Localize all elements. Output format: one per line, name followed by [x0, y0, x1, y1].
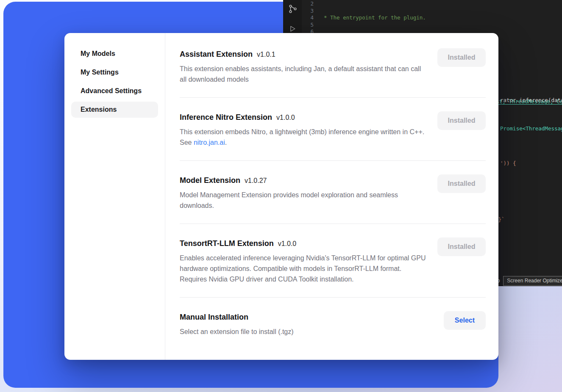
extension-description: Model Management Extension provides mode… [180, 190, 427, 211]
git-graph-icon[interactable] [288, 4, 298, 16]
code-line-comment: * The entrypoint for the plugin. [324, 14, 562, 22]
code-fragment-promise: Promise<ThreadMessage>= [500, 125, 562, 133]
extension-title: Inference Nitro Extension [180, 111, 272, 123]
line-numbers: 2 3 4 5 6 [302, 0, 314, 36]
extension-row-model: Model Extension v1.0.27 Model Management… [180, 161, 486, 224]
code-fragment-inference: rator.inference(data)); [500, 97, 562, 104]
code-fragment-brace: ')) { [500, 160, 516, 167]
extension-row-tensorrt: TensortRT-LLM Extension v1.0.0 Enables a… [180, 224, 486, 298]
extension-row-nitro: Inference Nitro Extension v1.0.0 This ex… [180, 98, 486, 161]
sidebar-item-advanced-settings[interactable]: Advanced Settings [71, 83, 158, 99]
extension-description: Enables accelerated inference leveraging… [180, 253, 427, 284]
screen-reader-chip[interactable]: Screen Reader Optimize [503, 276, 562, 286]
installed-button[interactable]: Installed [437, 111, 486, 130]
extension-row-assistant: Assistant Extension v1.0.1 This extensio… [180, 33, 486, 98]
sidebar-item-my-models[interactable]: My Models [71, 46, 158, 62]
installed-button[interactable]: Installed [437, 237, 486, 256]
extension-title: Model Extension [180, 174, 240, 186]
select-file-button[interactable]: Select [444, 311, 486, 330]
extension-title: Assistant Extension [180, 48, 253, 60]
page-background: 2 3 4 5 6 * The entrypoint for the plugi… [0, 0, 562, 392]
editor-status-row: go Screen Reader Optimize [494, 276, 562, 286]
extension-title: TensortRT-LLM Extension [180, 237, 274, 249]
manual-installation-row: Manual Installation Select an extension … [180, 298, 486, 350]
extension-version: v1.0.0 [278, 240, 297, 248]
manual-installation-title: Manual Installation [180, 311, 248, 323]
settings-modal: My Models My Settings Advanced Settings … [64, 33, 498, 360]
extension-description: This extension enables assistants, inclu… [180, 63, 427, 85]
extension-version: v1.0.0 [276, 114, 295, 121]
settings-sidebar: My Models My Settings Advanced Settings … [64, 33, 165, 360]
nitro-link[interactable]: nitro.jan.ai [194, 139, 225, 146]
installed-button[interactable]: Installed [437, 48, 486, 67]
sidebar-item-my-settings[interactable]: My Settings [71, 64, 158, 80]
extension-description: This extension embeds Nitro, a lightweig… [180, 127, 427, 148]
extension-version: v1.0.27 [245, 177, 267, 185]
manual-installation-description: Select an extension file to install (.tg… [180, 326, 294, 337]
extensions-panel: Assistant Extension v1.0.1 This extensio… [165, 33, 498, 360]
sidebar-item-extensions[interactable]: Extensions [71, 102, 158, 118]
installed-button[interactable]: Installed [437, 174, 486, 193]
extension-version: v1.0.1 [257, 51, 275, 58]
